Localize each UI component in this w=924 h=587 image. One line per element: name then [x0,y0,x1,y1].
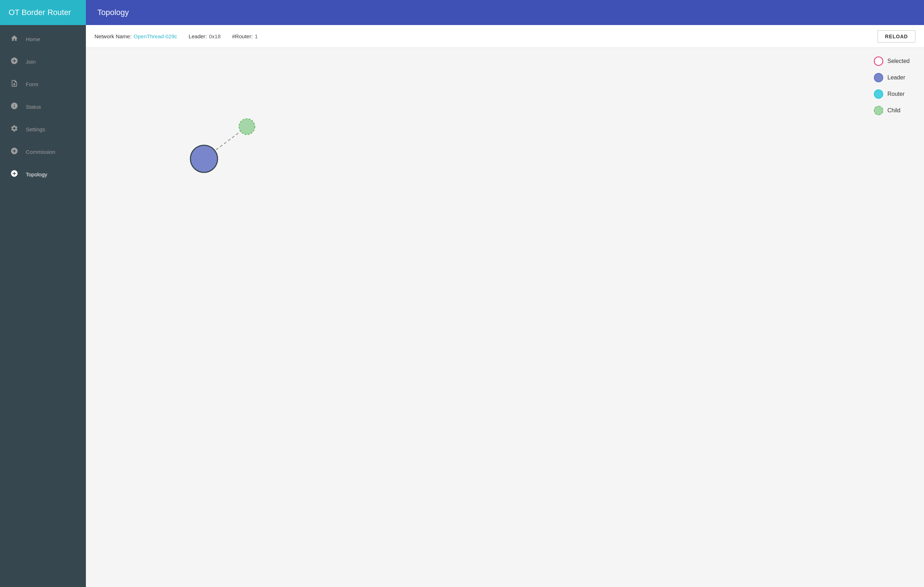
child-node[interactable] [239,119,255,135]
main-layout: Home Join Form Status Settings [0,25,924,587]
sidebar-label-commission: Commission [26,149,56,155]
sidebar-item-status[interactable]: Status [0,96,86,118]
sidebar-item-settings[interactable]: Settings [0,118,86,140]
topology-canvas: Selected Leader Router Child [86,48,924,587]
header-title-bar: Topology [86,0,924,25]
router-label: #Router: [232,33,253,40]
sidebar-item-home[interactable]: Home [0,28,86,50]
sidebar-label-topology: Topology [26,171,47,177]
sidebar-item-form[interactable]: Form [0,73,86,96]
sidebar-label-form: Form [26,81,38,87]
content-area: Network Name: OpenThread-029c Leader: 0x… [86,25,924,587]
sidebar-item-commission[interactable]: Commission [0,140,86,163]
commission-icon [10,147,18,157]
sidebar-item-join[interactable]: Join [0,50,86,73]
reload-button[interactable]: RELOAD [878,30,916,43]
sidebar-item-topology[interactable]: Topology [0,163,86,186]
settings-icon [10,124,18,134]
network-name-item: Network Name: OpenThread-029c [94,33,177,40]
leader-node[interactable] [190,145,218,172]
sidebar-label-join: Join [26,59,36,65]
router-value: 1 [255,33,257,40]
network-name-value: OpenThread-029c [134,33,177,40]
brand-title: OT Border Router [8,8,71,17]
header-brand: OT Border Router [0,0,86,25]
header: OT Border Router Topology [0,0,924,25]
sidebar-label-status: Status [26,104,41,110]
leader-label: Leader: [188,33,207,40]
leader-value: 0x18 [209,33,221,40]
form-icon [10,79,18,89]
page-title: Topology [97,8,129,17]
network-name-label: Network Name: [94,33,131,40]
sidebar: Home Join Form Status Settings [0,25,86,587]
join-icon [10,57,18,66]
sidebar-label-home: Home [26,36,40,42]
home-icon [10,35,18,44]
leader-item: Leader: 0x18 [188,33,220,40]
info-bar: Network Name: OpenThread-029c Leader: 0x… [86,25,924,48]
status-icon [10,102,18,112]
topology-svg [86,48,924,587]
router-item: #Router: 1 [232,33,258,40]
sidebar-label-settings: Settings [26,126,45,132]
topology-icon [10,170,18,179]
